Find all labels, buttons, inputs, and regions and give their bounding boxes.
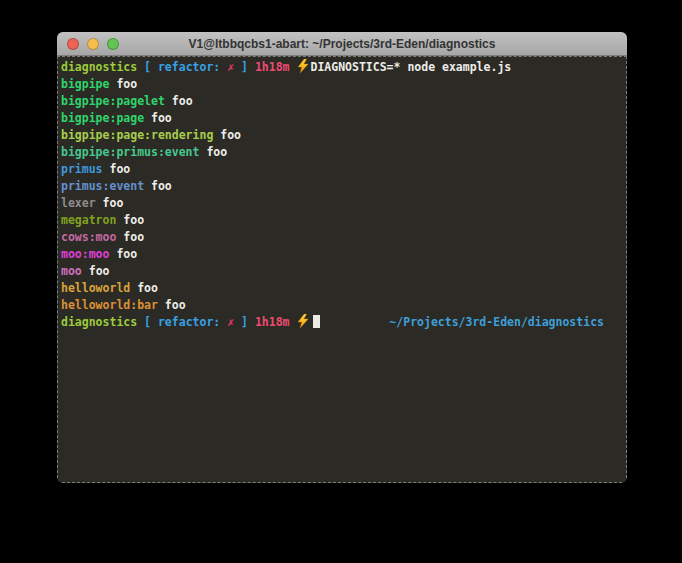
terminal-text-segment: foo [144, 179, 172, 193]
terminal-text-segment: foo [96, 196, 124, 210]
minimize-button[interactable] [87, 38, 99, 50]
terminal-text-segment: diagnostics [61, 60, 137, 74]
terminal-text-segment: foo [165, 94, 193, 108]
terminal-text-segment: helloworld:bar [61, 298, 158, 312]
terminal-text-segment: [ refactor: [137, 315, 227, 329]
terminal-text-segment: bigpipe:page [61, 111, 144, 125]
terminal-text-segment: foo [109, 77, 137, 91]
terminal-cursor [313, 315, 320, 328]
terminal-text-segment: bigpipe [61, 77, 109, 91]
terminal-line: bigpipe:page:rendering foo [61, 127, 623, 144]
terminal-text-segment: foo [199, 145, 227, 159]
terminal-text-segment: primus:event [61, 179, 144, 193]
title-bar[interactable]: V1@ltbbqcbs1-abart: ~/Projects/3rd-Eden/… [57, 32, 627, 56]
terminal-text-segment: megatron [61, 213, 116, 227]
terminal-content[interactable]: diagnostics [ refactor: ✗ ] 1h18m DIAGNO… [57, 56, 627, 483]
terminal-line: helloworld:bar foo [61, 297, 623, 314]
terminal-text-segment: lexer [61, 196, 96, 210]
terminal-text-segment: DIAGNOSTICS=* node example.js [310, 60, 511, 74]
terminal-text-segment: ] [234, 60, 255, 74]
terminal-text-segment: primus [61, 162, 103, 176]
terminal-text-segment: bigpipe:primus:event [61, 145, 199, 159]
terminal-line: diagnostics [ refactor: ✗ ] 1h18m ~/Proj… [61, 314, 623, 331]
terminal-text-segment: foo [158, 298, 186, 312]
terminal-line: bigpipe:pagelet foo [61, 93, 623, 110]
terminal-text-segment: bigpipe:page:rendering [61, 128, 213, 142]
terminal-text-segment: foo [116, 230, 144, 244]
terminal-text-segment: foo [213, 128, 241, 142]
terminal-text-segment: moo [61, 264, 82, 278]
lightning-icon [297, 59, 309, 73]
terminal-text-segment: 1h18m [255, 60, 297, 74]
terminal-text-segment: ] [234, 315, 255, 329]
terminal-text-segment: foo [130, 281, 158, 295]
terminal-text-segment: foo [144, 111, 172, 125]
terminal-line: moo foo [61, 263, 623, 280]
terminal-line: bigpipe foo [61, 76, 623, 93]
terminal-text-segment: bigpipe:pagelet [61, 94, 165, 108]
terminal-line: diagnostics [ refactor: ✗ ] 1h18m DIAGNO… [61, 59, 623, 76]
zoom-button[interactable] [107, 38, 119, 50]
terminal-text-segment: foo [82, 264, 110, 278]
terminal-line: lexer foo [61, 195, 623, 212]
terminal-line: primus:event foo [61, 178, 623, 195]
lightning-icon [297, 314, 309, 328]
terminal-line: helloworld foo [61, 280, 623, 297]
terminal-window: V1@ltbbqcbs1-abart: ~/Projects/3rd-Eden/… [57, 32, 627, 483]
close-button[interactable] [67, 38, 79, 50]
terminal-text-segment: 1h18m [255, 315, 297, 329]
terminal-line: primus foo [61, 161, 623, 178]
window-title: V1@ltbbqcbs1-abart: ~/Projects/3rd-Eden/… [57, 32, 627, 55]
terminal-text-segment: foo [103, 162, 131, 176]
terminal-text-segment: foo [109, 247, 137, 261]
traffic-lights [57, 38, 119, 50]
terminal-line: megatron foo [61, 212, 623, 229]
terminal-text-segment: foo [116, 213, 144, 227]
terminal-text-segment: [ refactor: [137, 60, 227, 74]
right-prompt: ~/Projects/3rd-Eden/diagnostics [389, 314, 604, 331]
terminal-text-segment: cows:moo [61, 230, 116, 244]
terminal-text-segment: moo:moo [61, 247, 109, 261]
terminal-text-segment: diagnostics [61, 315, 137, 329]
terminal-line: bigpipe:primus:event foo [61, 144, 623, 161]
terminal-text-segment: helloworld [61, 281, 130, 295]
terminal-line: moo:moo foo [61, 246, 623, 263]
terminal-body: diagnostics [ refactor: ✗ ] 1h18m DIAGNO… [61, 59, 623, 331]
terminal-line: cows:moo foo [61, 229, 623, 246]
terminal-line: bigpipe:page foo [61, 110, 623, 127]
